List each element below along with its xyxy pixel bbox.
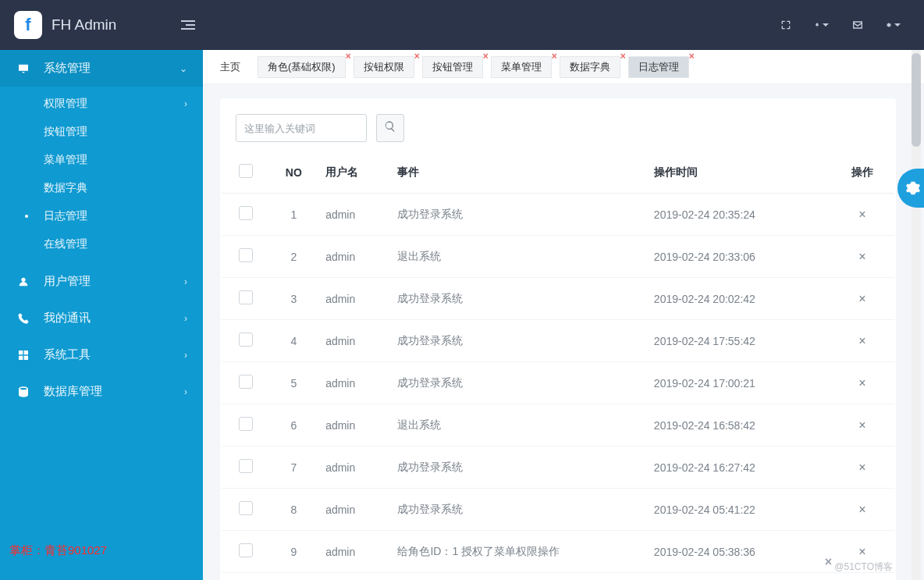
checkbox[interactable] — [239, 290, 253, 304]
tab-close-icon[interactable]: × — [414, 51, 420, 62]
sidebar-item-system[interactable]: 系统管理 ⌄ — [0, 50, 203, 87]
sidebar-subitem[interactable]: 数据字典 — [0, 174, 203, 202]
table-row: 5admin成功登录系统2019-02-24 17:00:21× — [222, 362, 894, 404]
watermark: @51CTO博客 — [834, 560, 893, 574]
cell-no: 1 — [270, 194, 318, 236]
tab-label: 日志管理 — [638, 61, 679, 73]
cell-no: 7 — [270, 447, 318, 489]
sidebar-subitem[interactable]: 菜单管理 — [0, 146, 203, 174]
bell-icon[interactable] — [815, 18, 829, 32]
table-row: 3admin成功登录系统2019-02-24 20:02:42× — [222, 278, 894, 320]
cell-event: 成功登录系统 — [389, 194, 645, 236]
sidebar-item[interactable]: 系统工具› — [0, 336, 203, 373]
mail-icon[interactable] — [851, 18, 865, 32]
sidebar-item[interactable]: 用户管理› — [0, 263, 203, 300]
tab[interactable]: 按钮权限× — [354, 56, 414, 78]
checkbox[interactable] — [239, 248, 253, 262]
sidebar-subitem[interactable]: 权限管理› — [0, 90, 203, 118]
cell-time: 2019-02-24 05:41:22 — [646, 489, 830, 531]
cell-time: 2019-02-24 20:35:24 — [646, 194, 830, 236]
sidebar: 系统管理 ⌄ 权限管理›按钮管理菜单管理数据字典日志管理在线管理 用户管理›我的… — [0, 50, 203, 580]
cell-time: 2019-02-24 16:27:42 — [646, 447, 830, 489]
tab[interactable]: 角色(基础权限)× — [258, 56, 346, 78]
tab[interactable]: 数据字典× — [560, 56, 620, 78]
checkbox[interactable] — [239, 333, 253, 347]
checkbox-all[interactable] — [239, 164, 253, 178]
cell-user: admin — [318, 404, 389, 447]
tab[interactable]: 主页 — [217, 57, 250, 77]
checkbox[interactable] — [239, 206, 253, 220]
sidebar-subitem[interactable]: 在线管理 — [0, 230, 203, 258]
tab-close-icon[interactable]: × — [689, 51, 695, 62]
sidebar-item-label: 系统管理 — [44, 61, 167, 76]
sidebar-subitem[interactable]: 按钮管理 — [0, 118, 203, 146]
tab-label: 数据字典 — [570, 61, 610, 73]
delete-icon[interactable]: × — [858, 418, 865, 432]
tab-label: 菜单管理 — [501, 61, 542, 73]
monitor-icon — [16, 62, 31, 75]
gear-icon[interactable] — [887, 18, 901, 32]
table-row: 4admin成功登录系统2019-02-24 17:55:42× — [222, 320, 894, 362]
cell-no: 4 — [270, 320, 318, 362]
topbar-right — [779, 18, 924, 32]
tab-close-icon[interactable]: × — [552, 51, 557, 62]
sidebar-subitem-label: 在线管理 — [44, 237, 187, 251]
sidebar-subitem[interactable]: 日志管理 — [0, 202, 203, 230]
cell-user: admin — [318, 362, 389, 404]
tab-close-icon[interactable]: × — [620, 51, 626, 62]
delete-icon[interactable]: × — [858, 250, 865, 263]
cell-no: 2 — [270, 236, 318, 278]
brand: f FH Admin — [0, 11, 203, 39]
checkbox[interactable] — [239, 501, 253, 515]
delete-icon[interactable]: × — [858, 292, 865, 305]
delete-icon[interactable]: × — [858, 461, 865, 474]
cell-no: 6 — [270, 404, 318, 447]
tab[interactable]: 日志管理× — [628, 56, 689, 78]
delete-icon[interactable]: × — [858, 503, 865, 516]
th-no: NO — [270, 151, 318, 194]
cell-event: 成功登录系统 — [389, 362, 645, 404]
sidebar-item[interactable]: 数据库管理› — [0, 373, 203, 410]
db-icon — [16, 386, 31, 398]
th-event: 事件 — [389, 151, 645, 194]
table-row: 8admin成功登录系统2019-02-24 05:41:22× — [222, 489, 894, 531]
chevron-down-icon: ⌄ — [179, 63, 187, 74]
log-table: NO 用户名 事件 操作时间 操作 1admin成功登录系统2019-02-24… — [222, 151, 894, 573]
cell-user: admin — [318, 236, 389, 278]
search-button[interactable] — [376, 114, 404, 142]
delete-icon[interactable]: × — [858, 208, 865, 221]
search-input[interactable] — [236, 114, 367, 142]
sidebar-item-label: 系统工具 — [44, 347, 172, 362]
delete-icon[interactable]: × — [858, 376, 865, 390]
delete-icon[interactable]: × — [858, 545, 865, 558]
cell-no: 3 — [270, 278, 318, 320]
fullscreen-icon[interactable] — [779, 18, 793, 32]
sidebar-item[interactable]: 我的通讯› — [0, 300, 203, 336]
table-row: 6admin退出系统2019-02-24 16:58:42× — [222, 404, 894, 447]
cell-event: 退出系统 — [389, 404, 645, 447]
search-row — [222, 114, 894, 151]
sidebar-subitem-label: 权限管理 — [44, 97, 184, 111]
chevron-right-icon: › — [184, 386, 187, 397]
tab-close-icon[interactable]: × — [346, 51, 351, 62]
checkbox[interactable] — [239, 417, 253, 431]
checkbox[interactable] — [239, 543, 253, 557]
brand-logo: f — [14, 11, 42, 39]
tab-label: 主页 — [220, 61, 240, 73]
tab-close-icon[interactable]: × — [483, 51, 489, 62]
cell-user: admin — [318, 320, 389, 362]
tab[interactable]: 按钮管理× — [422, 56, 483, 78]
sidebar-subitem-label: 日志管理 — [44, 209, 187, 223]
grid-icon — [16, 349, 31, 361]
close-icon[interactable]: × — [825, 555, 832, 569]
card: NO 用户名 事件 操作时间 操作 1admin成功登录系统2019-02-24… — [220, 98, 896, 580]
phone-icon — [16, 312, 31, 325]
checkbox[interactable] — [239, 459, 253, 473]
th-time: 操作时间 — [646, 151, 830, 194]
menu-toggle-icon[interactable] — [176, 13, 200, 37]
sidebar-item-label: 我的通讯 — [44, 311, 172, 326]
delete-icon[interactable]: × — [858, 334, 865, 347]
tab[interactable]: 菜单管理× — [491, 56, 552, 78]
tab-label: 按钮管理 — [432, 61, 473, 73]
checkbox[interactable] — [239, 375, 253, 389]
